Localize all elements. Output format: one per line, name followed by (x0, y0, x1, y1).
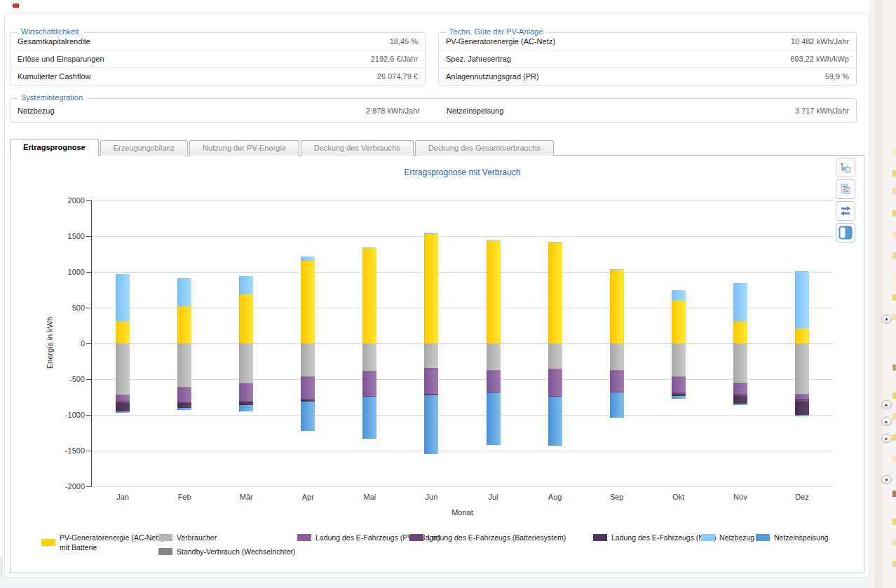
bar-segment (301, 257, 315, 261)
metric-label: Anlagennutzungsgrad (PR) (446, 72, 539, 81)
bar-segment (116, 343, 130, 395)
legend-column: Ladung des E-Fahrzeugs (Batteriesystem) (409, 531, 566, 545)
bar-segment (116, 322, 130, 343)
clipped-content-fragment (892, 364, 896, 371)
chart-toolbar (836, 158, 857, 245)
gridline (92, 308, 833, 308)
tab-deckung-des-verbrauchs[interactable]: Deckung des Verbrauchs (301, 140, 414, 156)
panel-title: Techn. Güte der PV-Anlage (446, 27, 546, 36)
bar-segment (116, 411, 130, 413)
copy-chart-button[interactable] (836, 158, 855, 177)
panel-title: Systemintegration (18, 93, 86, 102)
bar-segment (610, 269, 624, 270)
clipped-content-fragment (892, 392, 896, 399)
chart-title: Ertragsprognose mit Verbrauch (92, 167, 833, 177)
y-tick-label: -2000 (54, 482, 85, 491)
legend-item: PV-Generatorenergie (AC-Netz)mit Batteri… (41, 531, 164, 554)
gridline (92, 451, 833, 451)
bar-segment (795, 343, 809, 394)
tab-ertragsprognose[interactable]: Ertragsprognose (10, 139, 99, 156)
metric-value: 26 074,79 € (377, 72, 418, 81)
clipped-content-fragment (892, 456, 896, 462)
legend-swatch (158, 534, 172, 541)
bar-segment (548, 343, 562, 369)
axis-tick (86, 308, 92, 308)
x-axis-title: Monat (92, 508, 833, 517)
toggle-legend-button[interactable] (836, 223, 855, 242)
chevron-down-icon[interactable]: ▾ (881, 475, 892, 484)
panel-rows: Gesamtkapitalrendite18,45 %Erlöse und Ei… (11, 33, 425, 85)
bar-segment (239, 294, 253, 343)
clipped-content-fragment (892, 435, 896, 441)
metric-row: Erlöse und Einsparungen2192,6 €/Jahr (11, 50, 425, 67)
panel-techn-guete: Techn. Güte der PV-Anlage PV-Generatoren… (438, 32, 857, 86)
x-tick-label: Jan (92, 493, 154, 501)
y-tick-label: -500 (54, 375, 85, 383)
gridline (92, 415, 833, 416)
bar-segment (116, 403, 130, 411)
x-tick-label: Sep (586, 493, 648, 501)
clipped-content-fragment (892, 170, 896, 177)
legend-column: Ladung des E-Fahrzeugs (Netz) (593, 531, 716, 545)
clipped-content-fragment (892, 491, 896, 497)
gridline (92, 343, 833, 344)
legend-item: Netzeinspeisung (756, 531, 829, 545)
copy-table-button[interactable] (836, 179, 855, 199)
tab-deckung-des-gesamtverbrauchs[interactable]: Deckung des Gesamtverbrauchs (415, 140, 554, 156)
right-rail: ▾▸▸▸▾ (869, 0, 896, 588)
x-tick-label: Jul (463, 493, 524, 501)
bar-segment (672, 290, 686, 301)
legend-item: Ladung des E-Fahrzeugs (Batteriesystem) (409, 531, 566, 545)
metric-value: 59,9 % (825, 72, 849, 81)
bar-segment (362, 343, 376, 371)
bar-segment (733, 343, 747, 383)
axis-tick (86, 451, 92, 451)
metric-value: 693,22 kWh/kWp (790, 55, 849, 63)
x-tick-label: Okt (648, 493, 710, 501)
bar-segment (610, 371, 624, 392)
y-tick-label: 1500 (54, 232, 85, 240)
bar-segment (424, 343, 438, 368)
rail-divider (874, 0, 883, 588)
status-bar (0, 577, 869, 588)
swap-arrows-button[interactable] (836, 201, 855, 221)
legend-column: PV-Generatorenergie (AC-Netz)mit Batteri… (41, 531, 164, 554)
bar-segment (301, 377, 315, 399)
metric-label: Netzbezug (18, 107, 55, 115)
legend-swatch (158, 548, 172, 555)
chevron-right-icon[interactable]: ▸ (881, 417, 892, 426)
bar-segment (795, 329, 809, 343)
metric-row: Netzbezug2 878 kWh/Jahr (11, 99, 427, 122)
metric-label: Spez. Jahresertrag (446, 55, 511, 63)
chevron-down-icon[interactable]: ▾ (881, 315, 892, 324)
bar-segment (116, 395, 130, 401)
legend-item: Netzbezug (701, 531, 754, 545)
tab-nutzung-der-pv-energie[interactable]: Nutzung der PV-Energie (189, 140, 299, 156)
legend-label: Standby-Verbrauch (Wechselrichter) (177, 547, 295, 556)
axis-tick (86, 343, 92, 344)
clipped-content-fragment (892, 210, 896, 217)
bar-segment (239, 343, 253, 383)
chevron-right-icon[interactable]: ▸ (881, 400, 892, 409)
axis-tick (86, 236, 92, 237)
y-tick-label: -1500 (54, 446, 85, 455)
chevron-right-icon[interactable]: ▸ (881, 434, 892, 443)
bar-segment (177, 278, 191, 306)
bar-segment (177, 403, 191, 408)
metric-value: 3 717 kWh/Jahr (795, 107, 849, 115)
tab-erzeugungsbilanz[interactable]: Erzeugungsbilanz (100, 140, 188, 156)
gridline (92, 272, 833, 273)
pv-software-window: { "panels": { "wirtschaftlichkeit": { "t… (0, 0, 896, 588)
clipped-content-fragment (892, 188, 896, 194)
clipped-content-fragment (892, 149, 896, 155)
bar-segment (487, 392, 501, 445)
bar-segment (177, 408, 191, 410)
x-tick-label: Mai (339, 493, 400, 501)
bar-segment (362, 371, 376, 397)
metric-value: 2 878 kWh/Jahr (366, 107, 420, 115)
y-tick-label: 0 (54, 339, 85, 348)
bar-segment (610, 270, 624, 343)
bar-segment (733, 383, 747, 394)
bar-segment (733, 283, 747, 322)
y-axis-title: Energie in kWh (46, 301, 54, 385)
